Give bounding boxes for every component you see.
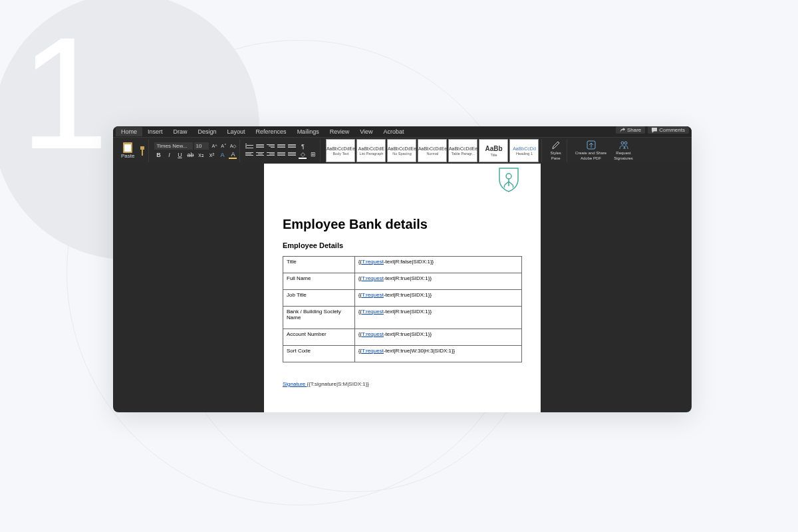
- styles-group: AaBbCcDdEe Body Text AaBbCcDdE List Para…: [323, 139, 542, 162]
- paragraph-group: ¶ ◇ ⊞: [243, 139, 321, 162]
- clear-formatting-button[interactable]: A◇: [229, 144, 237, 149]
- number-list-button[interactable]: [256, 143, 264, 150]
- increase-indent-button[interactable]: [288, 143, 296, 150]
- table-row: Sort Code {{T:request-text|R:true|W:30|H…: [283, 346, 522, 362]
- shading-button[interactable]: ◇: [299, 151, 307, 159]
- styles-pane-icon: [552, 140, 560, 150]
- tab-acrobat[interactable]: Acrobat: [378, 127, 410, 136]
- tab-review[interactable]: Review: [325, 127, 355, 136]
- style-normal[interactable]: AaBbCcDdEe Normal: [418, 139, 447, 162]
- underline-button[interactable]: U: [176, 152, 184, 158]
- tab-draw[interactable]: Draw: [168, 127, 193, 136]
- svg-point-3: [506, 174, 511, 179]
- style-table-paragraph[interactable]: AaBbCcDdEe Table Paragr...: [448, 139, 477, 162]
- superscript-button[interactable]: x²: [207, 152, 215, 158]
- decrease-indent-button[interactable]: [277, 143, 285, 150]
- line-spacing-button[interactable]: [288, 151, 296, 158]
- signature-icon: [619, 140, 628, 150]
- paste-button[interactable]: Paste: [118, 141, 137, 160]
- style-list-paragraph[interactable]: AaBbCcDdE List Paragraph: [356, 139, 386, 162]
- signature-token: {{T:signature|S:M|SIDX:1}}: [307, 381, 369, 387]
- field-label: Title: [283, 257, 355, 273]
- field-value[interactable]: {{T:request-text|R:true|SIDX:1}}: [354, 329, 521, 346]
- table-row: Job Title {{T:request-text|R:true|SIDX:1…: [283, 290, 522, 307]
- font-size-select[interactable]: [194, 142, 209, 150]
- align-right-button[interactable]: [267, 151, 275, 158]
- field-value[interactable]: {{T:request-text|R:false|SIDX:1}}: [354, 257, 521, 273]
- multilevel-list-button[interactable]: [267, 143, 275, 150]
- field-value[interactable]: {{T:request-text|R:true|SIDX:1}}: [354, 290, 521, 307]
- style-title[interactable]: AaBb Title: [479, 139, 508, 162]
- field-value[interactable]: {{T:request-text|R:true|W:30|H:3|SIDX:1}…: [354, 346, 521, 362]
- adobe-group: Create and Share Adobe PDF Request Signa…: [570, 139, 638, 162]
- adobe-pdf-icon: [587, 140, 596, 150]
- subscript-button[interactable]: x₂: [197, 152, 205, 158]
- strikethrough-button[interactable]: ab: [186, 152, 194, 158]
- tab-layout[interactable]: Layout: [222, 127, 251, 136]
- section-heading: Employee Details: [283, 241, 522, 249]
- table-row: Bank / Building Society Name {{T:request…: [283, 307, 522, 329]
- field-label: Sort Code: [283, 346, 355, 362]
- justify-button[interactable]: [277, 151, 285, 158]
- style-heading-1[interactable]: AaBbCcDd Heading 1: [509, 139, 539, 162]
- table-row: Account Number {{T:request-text|R:true|S…: [283, 329, 522, 346]
- adobe-create-pdf-button[interactable]: Create and Share Adobe PDF: [573, 139, 609, 162]
- increase-font-button[interactable]: A^: [210, 144, 218, 148]
- tab-references[interactable]: References: [251, 127, 292, 136]
- table-row: Title {{T:request-text|R:false|SIDX:1}}: [283, 257, 522, 273]
- svg-point-2: [624, 142, 627, 144]
- adobe-request-signatures-button[interactable]: Request Signatures: [611, 139, 636, 162]
- field-value[interactable]: {{T:request-text|R:true|SIDX:1}}: [354, 307, 521, 329]
- styles-pane-group: Styles Pane: [545, 139, 567, 162]
- ribbon: Home Insert Draw Design Layout Reference…: [113, 126, 692, 164]
- font-color-button[interactable]: A: [229, 151, 237, 159]
- share-icon: [620, 128, 625, 133]
- format-painter-icon[interactable]: [139, 146, 146, 156]
- tab-home[interactable]: Home: [116, 127, 142, 136]
- tab-view[interactable]: View: [354, 127, 378, 136]
- field-label: Job Title: [283, 290, 355, 307]
- document-canvas[interactable]: Employee Bank details Employee Details T…: [113, 164, 692, 412]
- show-marks-button[interactable]: ¶: [299, 143, 307, 150]
- align-left-button[interactable]: [245, 151, 253, 158]
- company-logo-icon: [495, 166, 522, 193]
- share-button[interactable]: Share: [616, 126, 645, 134]
- bold-button[interactable]: B: [154, 152, 162, 158]
- tab-insert[interactable]: Insert: [142, 127, 168, 136]
- clipboard-group: Paste: [116, 139, 149, 162]
- ribbon-toolbar: Paste A^ A˅ A◇ B I U: [113, 137, 692, 164]
- field-label: Full Name: [283, 273, 355, 290]
- field-label: Account Number: [283, 329, 355, 346]
- styles-pane-button[interactable]: Styles Pane: [547, 139, 563, 162]
- ribbon-tabs: Home Insert Draw Design Layout Reference…: [113, 126, 692, 137]
- field-label: Bank / Building Society Name: [283, 307, 355, 329]
- document-title: Employee Bank details: [283, 217, 522, 232]
- borders-button[interactable]: ⊞: [309, 151, 317, 159]
- decrease-font-button[interactable]: A˅: [219, 144, 227, 149]
- bullet-list-button[interactable]: [245, 143, 253, 150]
- comments-button[interactable]: Comments: [648, 126, 689, 134]
- style-body-text[interactable]: AaBbCcDdEe Body Text: [326, 139, 355, 162]
- signature-label: Signature: [283, 381, 307, 387]
- tab-mailings[interactable]: Mailings: [292, 127, 325, 136]
- text-highlight-button[interactable]: A: [218, 152, 226, 158]
- svg-point-1: [621, 142, 624, 144]
- font-family-select[interactable]: [154, 142, 193, 150]
- comment-icon: [652, 128, 657, 133]
- style-no-spacing[interactable]: AaBbCcDdEe No Spacing: [387, 139, 416, 162]
- italic-button[interactable]: I: [165, 152, 173, 158]
- clipboard-icon: [123, 142, 132, 153]
- signature-line[interactable]: Signature {{T:signature|S:M|SIDX:1}}: [283, 381, 522, 387]
- document-page[interactable]: Employee Bank details Employee Details T…: [264, 164, 541, 412]
- field-value[interactable]: {{T:request-text|R:true|SIDX:1}}: [354, 273, 521, 290]
- font-group: A^ A˅ A◇ B I U ab x₂ x² A A: [152, 139, 240, 162]
- tab-design[interactable]: Design: [193, 127, 222, 136]
- employee-details-table: Title {{T:request-text|R:false|SIDX:1}} …: [283, 256, 522, 362]
- word-app-window: Home Insert Draw Design Layout Reference…: [113, 126, 692, 412]
- table-row: Full Name {{T:request-text|R:true|SIDX:1…: [283, 273, 522, 290]
- align-center-button[interactable]: [256, 151, 264, 158]
- watermark-number: 1: [20, 13, 108, 173]
